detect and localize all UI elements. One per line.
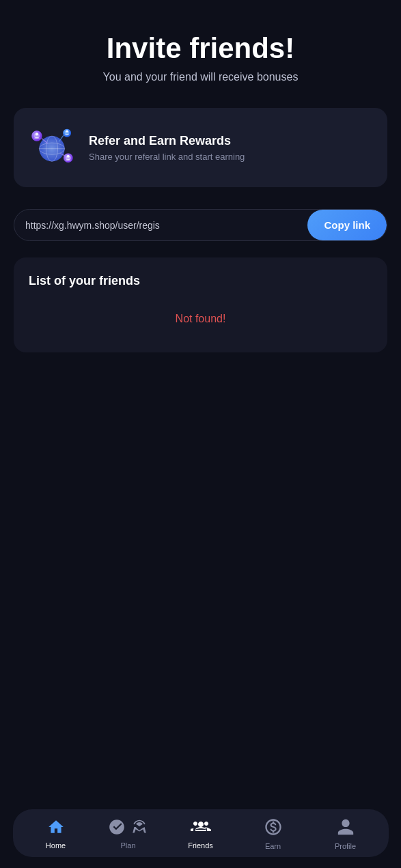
- earn-icon: [264, 817, 283, 839]
- friends-list-title: List of your friends: [29, 274, 372, 288]
- svg-point-14: [66, 130, 68, 132]
- referral-url-input[interactable]: [14, 210, 307, 240]
- nav-label-home: Home: [46, 841, 66, 850]
- copy-link-container: Copy link: [14, 209, 387, 241]
- plan-icon: [108, 818, 148, 839]
- friends-empty-message: Not found!: [29, 302, 372, 336]
- nav-item-home[interactable]: Home: [20, 818, 92, 850]
- referral-text: Refer and Earn Rewards Share your refera…: [89, 134, 245, 162]
- header-section: Invite friends! You and your friend will…: [0, 0, 401, 100]
- friends-list-card: List of your friends Not found!: [14, 257, 387, 352]
- nav-label-plan: Plan: [120, 841, 135, 850]
- friends-icon: [191, 818, 211, 839]
- svg-point-13: [36, 133, 38, 136]
- referral-card-description: Share your referal link and start earnin…: [89, 152, 245, 162]
- nav-label-profile: Profile: [335, 842, 356, 850]
- nav-item-earn[interactable]: Earn: [237, 817, 309, 850]
- nav-label-friends: Friends: [188, 841, 213, 850]
- referral-card-title: Refer and Earn Rewards: [89, 134, 245, 148]
- nav-item-profile[interactable]: Profile: [309, 817, 382, 850]
- referral-card: Refer and Earn Rewards Share your refera…: [14, 108, 387, 187]
- copy-link-button[interactable]: Copy link: [307, 210, 387, 240]
- page-subtitle: You and your friend will receive bonuses: [14, 71, 387, 83]
- nav-item-friends[interactable]: Friends: [165, 818, 237, 850]
- page-container: Invite friends! You and your friend will…: [0, 0, 401, 868]
- svg-point-15: [67, 155, 70, 158]
- page-title: Invite friends!: [14, 33, 387, 64]
- bottom-nav: Home Plan Friends: [13, 809, 389, 857]
- profile-icon: [336, 817, 355, 839]
- nav-item-plan[interactable]: Plan: [92, 818, 165, 850]
- home-icon: [47, 818, 65, 839]
- referral-icon: [27, 123, 77, 172]
- nav-label-earn: Earn: [265, 842, 281, 850]
